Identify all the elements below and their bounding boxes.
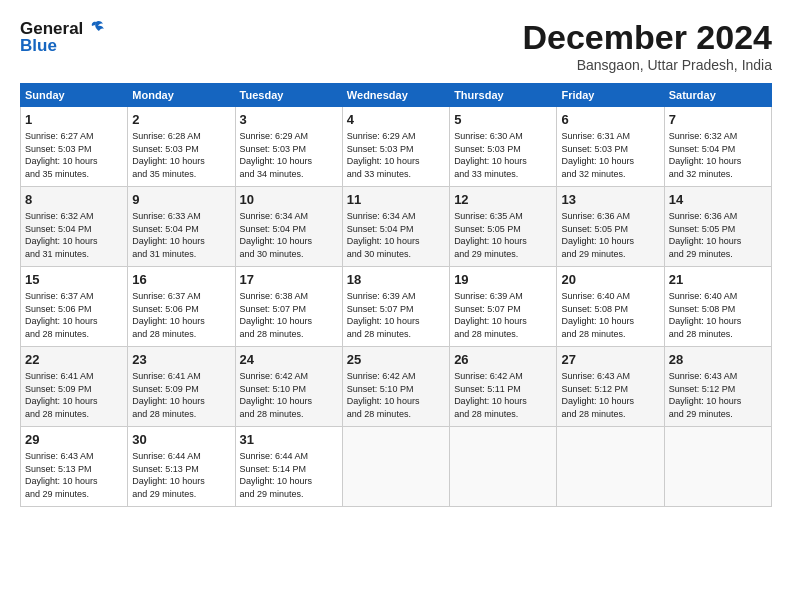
table-row: 17Sunrise: 6:38 AMSunset: 5:07 PMDayligh…	[235, 267, 342, 347]
day-number: 12	[454, 191, 552, 209]
day-number: 17	[240, 271, 338, 289]
day-number: 20	[561, 271, 659, 289]
day-number: 2	[132, 111, 230, 129]
col-tuesday: Tuesday	[235, 84, 342, 107]
col-monday: Monday	[128, 84, 235, 107]
day-number: 24	[240, 351, 338, 369]
table-row: 22Sunrise: 6:41 AMSunset: 5:09 PMDayligh…	[21, 347, 128, 427]
table-row: 30Sunrise: 6:44 AMSunset: 5:13 PMDayligh…	[128, 427, 235, 507]
table-row: 3Sunrise: 6:29 AMSunset: 5:03 PMDaylight…	[235, 107, 342, 187]
calendar-header-row: Sunday Monday Tuesday Wednesday Thursday…	[21, 84, 772, 107]
table-row: 15Sunrise: 6:37 AMSunset: 5:06 PMDayligh…	[21, 267, 128, 347]
table-row: 18Sunrise: 6:39 AMSunset: 5:07 PMDayligh…	[342, 267, 449, 347]
table-row: 2Sunrise: 6:28 AMSunset: 5:03 PMDaylight…	[128, 107, 235, 187]
table-row: 8Sunrise: 6:32 AMSunset: 5:04 PMDaylight…	[21, 187, 128, 267]
day-number: 11	[347, 191, 445, 209]
header: General Blue December 2024 Bansgaon, Utt…	[20, 18, 772, 73]
table-row	[557, 427, 664, 507]
day-number: 8	[25, 191, 123, 209]
day-number: 25	[347, 351, 445, 369]
logo: General Blue	[20, 18, 107, 56]
day-number: 27	[561, 351, 659, 369]
day-number: 21	[669, 271, 767, 289]
table-row: 27Sunrise: 6:43 AMSunset: 5:12 PMDayligh…	[557, 347, 664, 427]
day-number: 29	[25, 431, 123, 449]
table-row: 11Sunrise: 6:34 AMSunset: 5:04 PMDayligh…	[342, 187, 449, 267]
day-number: 5	[454, 111, 552, 129]
day-number: 7	[669, 111, 767, 129]
day-number: 31	[240, 431, 338, 449]
table-row: 31Sunrise: 6:44 AMSunset: 5:14 PMDayligh…	[235, 427, 342, 507]
page: General Blue December 2024 Bansgaon, Utt…	[0, 0, 792, 612]
day-number: 9	[132, 191, 230, 209]
table-row: 4Sunrise: 6:29 AMSunset: 5:03 PMDaylight…	[342, 107, 449, 187]
table-row: 10Sunrise: 6:34 AMSunset: 5:04 PMDayligh…	[235, 187, 342, 267]
table-row: 21Sunrise: 6:40 AMSunset: 5:08 PMDayligh…	[664, 267, 771, 347]
day-number: 28	[669, 351, 767, 369]
table-row: 26Sunrise: 6:42 AMSunset: 5:11 PMDayligh…	[450, 347, 557, 427]
day-number: 22	[25, 351, 123, 369]
day-number: 18	[347, 271, 445, 289]
table-row	[450, 427, 557, 507]
table-row: 6Sunrise: 6:31 AMSunset: 5:03 PMDaylight…	[557, 107, 664, 187]
logo-bird-icon	[85, 18, 107, 40]
day-number: 30	[132, 431, 230, 449]
day-number: 1	[25, 111, 123, 129]
col-sunday: Sunday	[21, 84, 128, 107]
col-wednesday: Wednesday	[342, 84, 449, 107]
table-row: 23Sunrise: 6:41 AMSunset: 5:09 PMDayligh…	[128, 347, 235, 427]
col-friday: Friday	[557, 84, 664, 107]
day-number: 23	[132, 351, 230, 369]
day-number: 15	[25, 271, 123, 289]
table-row: 14Sunrise: 6:36 AMSunset: 5:05 PMDayligh…	[664, 187, 771, 267]
day-number: 10	[240, 191, 338, 209]
table-row: 12Sunrise: 6:35 AMSunset: 5:05 PMDayligh…	[450, 187, 557, 267]
location-subtitle: Bansgaon, Uttar Pradesh, India	[522, 57, 772, 73]
col-thursday: Thursday	[450, 84, 557, 107]
table-row: 19Sunrise: 6:39 AMSunset: 5:07 PMDayligh…	[450, 267, 557, 347]
day-number: 3	[240, 111, 338, 129]
table-row: 1Sunrise: 6:27 AMSunset: 5:03 PMDaylight…	[21, 107, 128, 187]
day-number: 16	[132, 271, 230, 289]
table-row: 20Sunrise: 6:40 AMSunset: 5:08 PMDayligh…	[557, 267, 664, 347]
day-number: 4	[347, 111, 445, 129]
table-row: 13Sunrise: 6:36 AMSunset: 5:05 PMDayligh…	[557, 187, 664, 267]
table-row: 24Sunrise: 6:42 AMSunset: 5:10 PMDayligh…	[235, 347, 342, 427]
table-row: 25Sunrise: 6:42 AMSunset: 5:10 PMDayligh…	[342, 347, 449, 427]
table-row: 16Sunrise: 6:37 AMSunset: 5:06 PMDayligh…	[128, 267, 235, 347]
title-block: December 2024 Bansgaon, Uttar Pradesh, I…	[522, 18, 772, 73]
day-number: 6	[561, 111, 659, 129]
table-row: 29Sunrise: 6:43 AMSunset: 5:13 PMDayligh…	[21, 427, 128, 507]
calendar-table: Sunday Monday Tuesday Wednesday Thursday…	[20, 83, 772, 507]
table-row: 7Sunrise: 6:32 AMSunset: 5:04 PMDaylight…	[664, 107, 771, 187]
table-row	[342, 427, 449, 507]
table-row: 9Sunrise: 6:33 AMSunset: 5:04 PMDaylight…	[128, 187, 235, 267]
table-row: 5Sunrise: 6:30 AMSunset: 5:03 PMDaylight…	[450, 107, 557, 187]
logo-blue: Blue	[20, 36, 57, 56]
day-number: 13	[561, 191, 659, 209]
day-number: 19	[454, 271, 552, 289]
table-row	[664, 427, 771, 507]
col-saturday: Saturday	[664, 84, 771, 107]
table-row: 28Sunrise: 6:43 AMSunset: 5:12 PMDayligh…	[664, 347, 771, 427]
day-number: 26	[454, 351, 552, 369]
month-title: December 2024	[522, 18, 772, 57]
day-number: 14	[669, 191, 767, 209]
